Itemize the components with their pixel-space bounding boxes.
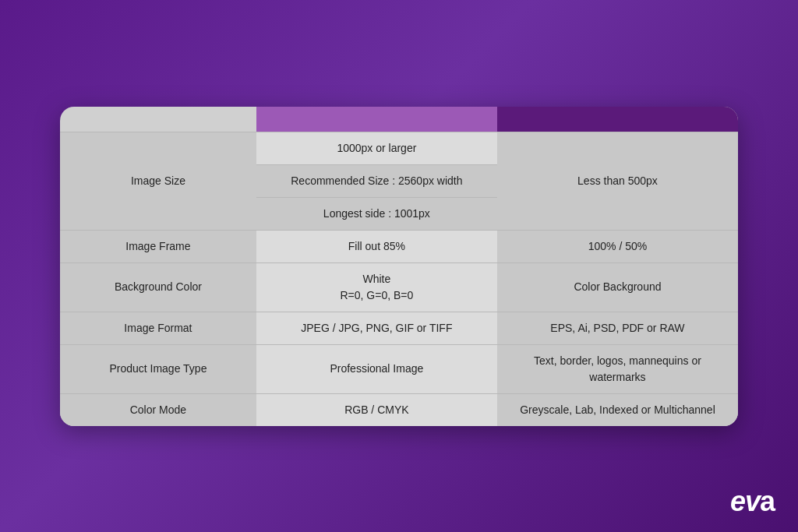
accepted-cell-2: WhiteR=0, G=0, B=0 xyxy=(256,262,497,312)
accepted-cell-3: JPEG / JPG, PNG, GIF or TIFF xyxy=(256,312,497,344)
not-accepted-header xyxy=(497,107,738,132)
accepted-cell-0-0: 1000px or larger xyxy=(256,132,497,164)
accepted-cell-4: Professional Image xyxy=(256,344,497,393)
row-label-1: Image Frame xyxy=(60,230,256,262)
accepted-header xyxy=(256,107,497,132)
table-wrapper: Image Size1000px or largerLess than 500p… xyxy=(60,107,738,426)
not-accepted-cell-0: Less than 500px xyxy=(497,132,738,230)
row-label-0: Image Size xyxy=(60,132,256,230)
not-accepted-cell-1: 100% / 50% xyxy=(497,230,738,262)
not-accepted-cell-3: EPS, Ai, PSD, PDF or RAW xyxy=(497,312,738,344)
row-label-2: Background Color xyxy=(60,262,256,312)
row-label-4: Product Image Type xyxy=(60,344,256,393)
not-accepted-cell-4: Text, border, logos, mannequins or water… xyxy=(497,344,738,393)
requirements-table: Image Size1000px or largerLess than 500p… xyxy=(60,107,738,426)
logo-area: eva xyxy=(730,485,775,518)
not-accepted-cell-5: Greyscale, Lab, Indexed or Multichannel xyxy=(497,393,738,426)
accepted-cell-5: RGB / CMYK xyxy=(256,393,497,426)
logo-text: eva xyxy=(730,485,775,517)
row-label-3: Image Format xyxy=(60,312,256,344)
row-label-5: Color Mode xyxy=(60,393,256,426)
empty-header xyxy=(60,107,256,132)
accepted-cell-1: Fill out 85% xyxy=(256,230,497,262)
not-accepted-cell-2: Color Background xyxy=(497,262,738,312)
accepted-cell-0-2: Longest side : 1001px xyxy=(256,197,497,230)
main-card: Image Size1000px or largerLess than 500p… xyxy=(60,107,738,426)
accepted-cell-0-1: Recommended Size : 2560px width xyxy=(256,164,497,197)
